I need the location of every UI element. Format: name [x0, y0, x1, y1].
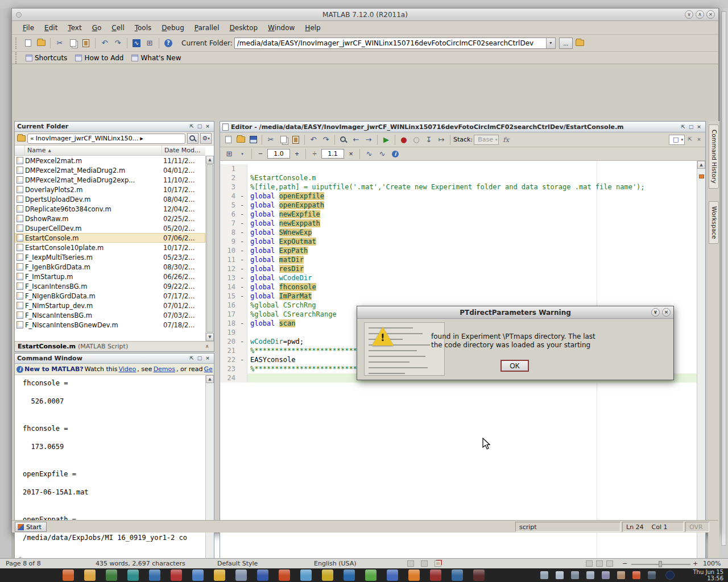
toolbar-handle[interactable] — [15, 38, 18, 49]
window-shade-button[interactable]: ∨ — [685, 10, 693, 19]
launcher-icon-19[interactable] — [452, 569, 463, 581]
current-folder-path-input[interactable] — [235, 39, 546, 47]
demos-link[interactable]: Demos — [154, 365, 175, 373]
maximize-icon[interactable]: □ — [196, 355, 204, 362]
menu-help[interactable]: Help — [300, 23, 325, 33]
redo-icon[interactable]: ↷ — [112, 38, 123, 49]
cut-icon[interactable]: ✂ — [265, 134, 276, 146]
detail-collapse-icon[interactable]: ∧ — [203, 343, 211, 350]
code-line[interactable]: 3%[file,path] = uiputfile('.mat','Create… — [220, 182, 697, 192]
launcher-icon-15[interactable] — [365, 569, 377, 581]
type-column-header[interactable] — [15, 146, 25, 155]
close-icon[interactable]: × — [695, 123, 703, 131]
breadcrumb[interactable]: InovImager_jwrCF_WINLinx150... — [36, 135, 139, 142]
shortcut-what-s-new[interactable]: What's New — [129, 54, 184, 62]
open-folder-icon[interactable] — [35, 38, 47, 49]
book-view-icon[interactable] — [606, 560, 613, 567]
address-field[interactable]: « InovImager_jwrCF_WINLinx150... ▸ — [27, 134, 185, 144]
menu-cell[interactable]: Cell — [106, 23, 129, 33]
scroll-up-icon[interactable]: ▲ — [206, 375, 214, 383]
code-line[interactable]: 6-global newExpfile — [220, 210, 697, 219]
browse-folder-button[interactable]: ... — [559, 38, 573, 49]
launcher-icon-10[interactable] — [257, 569, 268, 581]
insert-cell-icon[interactable]: ⊞ — [224, 148, 235, 160]
layout-combo[interactable]: □▾ — [669, 135, 685, 145]
single-page-view-icon[interactable] — [586, 560, 593, 567]
screensaver-icon[interactable] — [665, 571, 675, 580]
scroll-thumb[interactable] — [206, 164, 213, 332]
code-line[interactable]: 10-global ExpPath — [220, 246, 697, 255]
scroll-up-icon[interactable]: ▲ — [697, 161, 705, 169]
set-breakpoint-icon[interactable]: ● — [398, 134, 410, 146]
fx-find-icon[interactable]: fx — [500, 134, 511, 146]
file-row[interactable]: EstartConsole10plate.m10/17/2... — [15, 243, 205, 252]
editor-title-bar[interactable]: Editor - /media/data/EASY/InovImager_jwr… — [220, 122, 705, 132]
open-file-icon[interactable] — [235, 134, 246, 146]
file-row[interactable]: DMPexcel2mat.m11/11/2... — [15, 156, 205, 165]
window-titlebar[interactable]: MATLAB 7.12.0 (R2011a) ∨ ∧ × — [12, 9, 718, 21]
dialog-title-bar[interactable]: PTdirectParameters Warning ∨ × — [357, 306, 673, 319]
continue-icon[interactable]: ↦ — [436, 134, 447, 146]
undock-icon[interactable]: ⇱ — [188, 123, 196, 130]
decrement-button[interactable]: − — [255, 149, 266, 159]
command-window-scrollbar[interactable]: ▲ ▼ — [205, 375, 214, 566]
code-line[interactable]: 8-global SWnewExp — [220, 228, 697, 237]
search-button[interactable] — [187, 133, 198, 144]
divide-button[interactable]: ÷ — [309, 149, 320, 159]
stack-combo[interactable]: Base▾ — [474, 135, 499, 145]
menu-window[interactable]: Window — [263, 23, 300, 33]
file-row[interactable]: DpertsUploadDev.m08/04/2... — [15, 194, 205, 204]
close-icon[interactable]: × — [204, 355, 212, 362]
maximize-icon[interactable]: □ — [196, 123, 204, 130]
file-row[interactable]: F_NIscanIntensBG.m07/03/2... — [15, 310, 205, 320]
code-line[interactable]: 9-global ExpOutmat — [220, 237, 697, 246]
up-folder-icon[interactable] — [574, 38, 586, 49]
editor-scrollbar[interactable]: ▲ ▼ — [697, 161, 705, 576]
actions-button[interactable]: ⚙▾ — [200, 133, 212, 144]
selection-mode-icon[interactable] — [407, 560, 414, 567]
go-forward-icon[interactable]: → — [363, 134, 374, 146]
launcher-icon-17[interactable] — [408, 569, 420, 581]
run-icon[interactable]: ▶ — [380, 134, 392, 146]
undo-icon[interactable]: ↶ — [99, 38, 110, 49]
file-row[interactable]: F_NIscanIntensBGnewDev.m07/18/2... — [15, 320, 205, 330]
copy-icon[interactable] — [67, 38, 78, 49]
file-row[interactable]: F_NIgenBkGrdData.m07/17/2... — [15, 291, 205, 301]
editor-close-icon[interactable]: × — [695, 136, 703, 143]
menu-tools[interactable]: Tools — [130, 23, 157, 33]
current-folder-title-bar[interactable]: Current Folder ⇱ □ × — [15, 122, 214, 132]
breadcrumb-collapse-icon[interactable]: « — [30, 135, 34, 142]
launcher-icon-6[interactable] — [171, 569, 182, 581]
file-row[interactable]: EstartConsole.m07/06/2... — [15, 233, 205, 243]
maximize-icon[interactable]: □ — [687, 123, 695, 131]
dialog-close-button[interactable]: × — [662, 308, 671, 317]
launcher-icon-5[interactable] — [149, 569, 160, 581]
paste-icon[interactable] — [290, 134, 301, 146]
find-icon[interactable] — [338, 134, 349, 146]
launcher-icon-11[interactable] — [279, 569, 290, 581]
close-icon[interactable]: × — [204, 123, 212, 130]
menu-go[interactable]: Go — [87, 23, 107, 33]
file-row[interactable]: F_IexpMultiTseries.m05/23/2... — [15, 252, 205, 262]
undo-icon[interactable]: ↶ — [308, 134, 319, 146]
launcher-icon-2[interactable] — [84, 569, 96, 581]
shortcut-shortcuts[interactable]: Shortcuts — [23, 54, 70, 62]
file-row[interactable]: DReplicate96to384conv.m12/04/2... — [15, 204, 205, 214]
file-row[interactable]: F_IscanIntensBG.m09/22/2... — [15, 281, 205, 291]
tray-icon-5[interactable] — [602, 571, 610, 579]
tray-icon-8[interactable] — [648, 571, 656, 579]
window-maximize-button[interactable]: ∧ — [696, 10, 704, 19]
language-status[interactable]: English (USA) — [314, 560, 357, 567]
zoom-in-icon[interactable]: + — [693, 560, 698, 567]
ok-button[interactable]: OK — [500, 360, 529, 372]
eval-advance-icon[interactable]: ∿ — [377, 148, 388, 160]
document-scrollbar-track[interactable] — [721, 11, 726, 546]
code-line[interactable]: 7-global newExppath — [220, 219, 697, 228]
start-button[interactable]: Start — [15, 522, 47, 532]
code-line[interactable]: 4-global openExpfile — [220, 192, 697, 201]
undock-icon[interactable]: ⇱ — [188, 355, 196, 362]
launcher-icon-13[interactable] — [322, 569, 333, 581]
current-folder-combo[interactable]: ▾ — [234, 38, 556, 49]
launcher-icon-3[interactable] — [106, 569, 117, 581]
command-window-title-bar[interactable]: Command Window ⇱ □ × — [15, 354, 214, 364]
